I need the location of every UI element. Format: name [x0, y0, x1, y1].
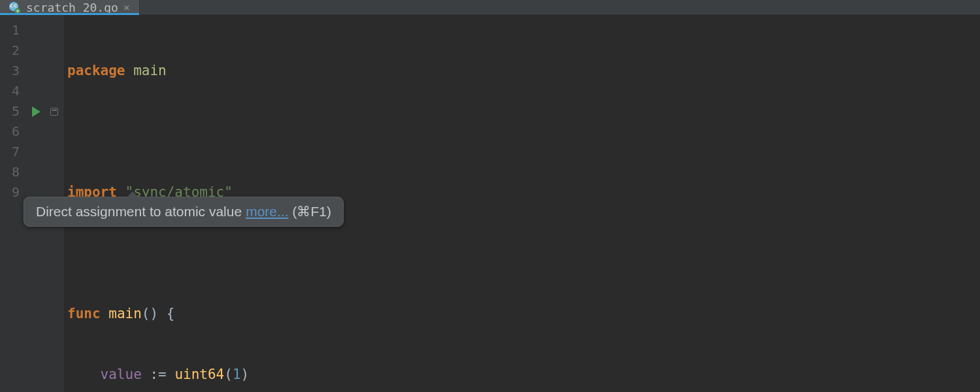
code-line[interactable]: func main() {	[67, 304, 980, 324]
line-number: 7	[0, 142, 20, 162]
fold-toggle-icon[interactable]	[50, 108, 58, 116]
function-name: main	[108, 306, 142, 321]
tab-bar: scratch_20.go ×	[0, 0, 980, 15]
code-line[interactable]: value := uint64(1)	[67, 365, 980, 385]
identifier: value	[101, 367, 142, 382]
line-number: 6	[0, 122, 20, 142]
svg-point-6	[17, 12, 18, 12]
editor-window: scratch_20.go × 1 2 3 4 5 6 7 8 9	[0, 0, 980, 392]
inspection-tooltip: Direct assignment to atomic value more..…	[24, 197, 344, 227]
inspection-more-link[interactable]: more...	[246, 204, 288, 220]
inspection-shortcut: (⌘F1)	[293, 204, 332, 220]
close-icon[interactable]: ×	[123, 1, 130, 14]
run-icon[interactable]	[32, 106, 41, 117]
number-literal: 1	[233, 367, 241, 382]
svg-point-3	[12, 5, 13, 7]
inspection-message: Direct assignment to atomic value	[36, 204, 242, 220]
line-number: 8	[0, 162, 20, 182]
code-editor[interactable]: 1 2 3 4 5 6 7 8 9	[0, 15, 980, 392]
code-line[interactable]: package main	[67, 61, 980, 81]
tab-scratch-20-go[interactable]: scratch_20.go ×	[0, 0, 140, 14]
line-number: 2	[0, 41, 20, 61]
package-name: main	[133, 63, 167, 78]
line-number: 9	[0, 182, 20, 203]
go-file-icon	[7, 0, 21, 14]
type-call: uint64	[174, 367, 224, 382]
code-line[interactable]	[67, 122, 980, 142]
svg-point-4	[16, 5, 17, 7]
line-number-gutter: 1 2 3 4 5 6 7 8 9	[0, 15, 26, 392]
keyword-package: package	[67, 63, 125, 78]
line-number: 5	[0, 101, 20, 122]
keyword-func: func	[67, 306, 101, 321]
line-number: 3	[0, 61, 20, 81]
code-line[interactable]	[67, 243, 980, 263]
line-number: 1	[0, 20, 20, 41]
tab-filename: scratch_20.go	[26, 1, 118, 14]
line-number: 4	[0, 81, 20, 101]
